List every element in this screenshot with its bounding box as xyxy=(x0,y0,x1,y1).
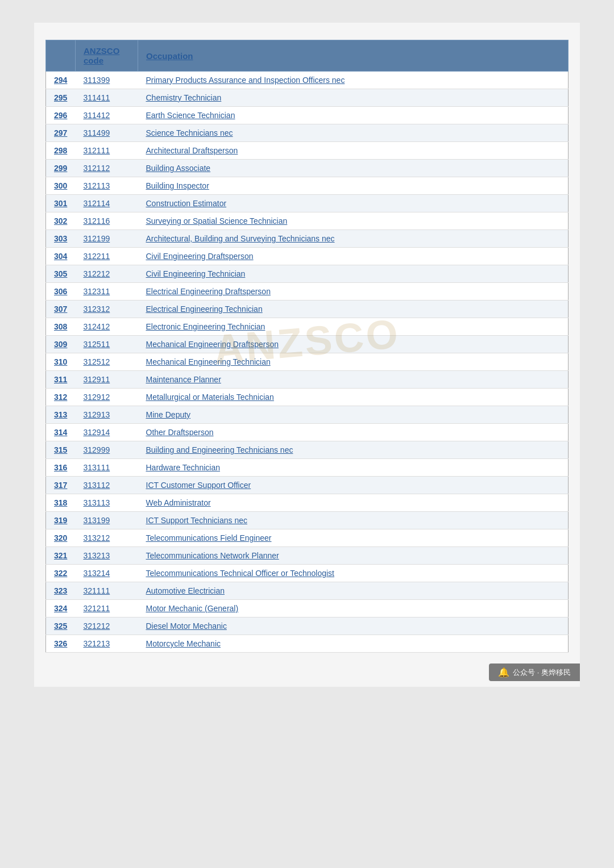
cell-num: 321 xyxy=(46,547,76,565)
cell-code[interactable]: 312212 xyxy=(76,265,138,283)
cell-occupation[interactable]: Architectural Draftsperson xyxy=(138,142,569,160)
cell-occupation[interactable]: Diesel Motor Mechanic xyxy=(138,617,569,635)
cell-occupation[interactable]: Building Associate xyxy=(138,160,569,177)
cell-code[interactable]: 313111 xyxy=(76,459,138,477)
cell-occupation[interactable]: Science Technicians nec xyxy=(138,124,569,142)
cell-code[interactable]: 312116 xyxy=(76,212,138,230)
table-row: 319313199ICT Support Technicians nec xyxy=(46,512,569,529)
header-anzsco: ANZSCO code xyxy=(76,40,138,72)
cell-occupation[interactable]: Telecommunications Technical Officer or … xyxy=(138,565,569,582)
cell-code[interactable]: 313199 xyxy=(76,512,138,529)
cell-code[interactable]: 313214 xyxy=(76,565,138,582)
cell-code[interactable]: 312412 xyxy=(76,318,138,336)
cell-num: 311 xyxy=(46,371,76,389)
cell-occupation[interactable]: Architectural, Building and Surveying Te… xyxy=(138,230,569,248)
cell-code[interactable]: 312199 xyxy=(76,230,138,248)
table-row: 310312512Mechanical Engineering Technici… xyxy=(46,353,569,371)
cell-occupation[interactable]: Electronic Engineering Technician xyxy=(138,318,569,336)
cell-occupation[interactable]: Civil Engineering Technician xyxy=(138,265,569,283)
cell-code[interactable]: 312312 xyxy=(76,301,138,318)
page-wrapper: ANZSCO ANZSCO code Occupation 294311399P… xyxy=(34,23,580,687)
cell-occupation[interactable]: Hardware Technician xyxy=(138,459,569,477)
cell-occupation[interactable]: Metallurgical or Materials Technician xyxy=(138,389,569,406)
cell-occupation[interactable]: Electrical Engineering Draftsperson xyxy=(138,283,569,301)
cell-num: 317 xyxy=(46,477,76,494)
cell-occupation[interactable]: Mine Deputy xyxy=(138,406,569,424)
cell-occupation[interactable]: Construction Estimator xyxy=(138,195,569,212)
cell-code[interactable]: 311399 xyxy=(76,72,138,89)
cell-num: 308 xyxy=(46,318,76,336)
cell-num: 312 xyxy=(46,389,76,406)
table-row: 298312111Architectural Draftsperson xyxy=(46,142,569,160)
table-row: 323321111Automotive Electrician xyxy=(46,582,569,600)
cell-code[interactable]: 312113 xyxy=(76,177,138,195)
table-row: 304312211Civil Engineering Draftsperson xyxy=(46,248,569,265)
cell-num: 298 xyxy=(46,142,76,160)
table-header: ANZSCO code Occupation xyxy=(46,40,569,72)
cell-code[interactable]: 313112 xyxy=(76,477,138,494)
cell-occupation[interactable]: Other Draftsperson xyxy=(138,424,569,441)
cell-num: 309 xyxy=(46,336,76,353)
cell-occupation[interactable]: Maintenance Planner xyxy=(138,371,569,389)
cell-num: 299 xyxy=(46,160,76,177)
table-row: 324321211Motor Mechanic (General) xyxy=(46,600,569,617)
cell-code[interactable]: 313212 xyxy=(76,529,138,547)
cell-occupation[interactable]: Electrical Engineering Technician xyxy=(138,301,569,318)
cell-occupation[interactable]: Chemistry Technician xyxy=(138,89,569,107)
cell-occupation[interactable]: Motor Mechanic (General) xyxy=(138,600,569,617)
cell-code[interactable]: 312114 xyxy=(76,195,138,212)
table-row: 302312116Surveying or Spatial Science Te… xyxy=(46,212,569,230)
cell-occupation[interactable]: Telecommunications Network Planner xyxy=(138,547,569,565)
table-row: 312312912Metallurgical or Materials Tech… xyxy=(46,389,569,406)
cell-num: 325 xyxy=(46,617,76,635)
table-row: 300312113Building Inspector xyxy=(46,177,569,195)
cell-occupation[interactable]: ICT Support Technicians nec xyxy=(138,512,569,529)
cell-occupation[interactable]: Surveying or Spatial Science Technician xyxy=(138,212,569,230)
cell-code[interactable]: 312913 xyxy=(76,406,138,424)
cell-occupation[interactable]: Mechanical Engineering Technician xyxy=(138,353,569,371)
cell-num: 323 xyxy=(46,582,76,600)
cell-code[interactable]: 312311 xyxy=(76,283,138,301)
table-row: 309312511Mechanical Engineering Draftspe… xyxy=(46,336,569,353)
cell-code[interactable]: 312111 xyxy=(76,142,138,160)
table-row: 321313213Telecommunications Network Plan… xyxy=(46,547,569,565)
cell-occupation[interactable]: Civil Engineering Draftsperson xyxy=(138,248,569,265)
cell-code[interactable]: 312912 xyxy=(76,389,138,406)
table-row: 307312312Electrical Engineering Technici… xyxy=(46,301,569,318)
cell-code[interactable]: 311411 xyxy=(76,89,138,107)
cell-occupation[interactable]: Mechanical Engineering Draftsperson xyxy=(138,336,569,353)
cell-occupation[interactable]: Primary Products Assurance and Inspectio… xyxy=(138,72,569,89)
cell-code[interactable]: 313113 xyxy=(76,494,138,512)
cell-code[interactable]: 312914 xyxy=(76,424,138,441)
cell-code[interactable]: 312112 xyxy=(76,160,138,177)
cell-occupation[interactable]: Building and Engineering Technicians nec xyxy=(138,441,569,459)
cell-code[interactable]: 311499 xyxy=(76,124,138,142)
cell-code[interactable]: 321213 xyxy=(76,635,138,653)
cell-code[interactable]: 321211 xyxy=(76,600,138,617)
table-row: 299312112Building Associate xyxy=(46,160,569,177)
cell-num: 315 xyxy=(46,441,76,459)
table-row: 315312999Building and Engineering Techni… xyxy=(46,441,569,459)
table-row: 303312199Architectural, Building and Sur… xyxy=(46,230,569,248)
cell-occupation[interactable]: ICT Customer Support Officer xyxy=(138,477,569,494)
cell-code[interactable]: 312999 xyxy=(76,441,138,459)
cell-code[interactable]: 312211 xyxy=(76,248,138,265)
cell-code[interactable]: 312512 xyxy=(76,353,138,371)
cell-code[interactable]: 312511 xyxy=(76,336,138,353)
badge-text: 公众号 · 奥烨移民 xyxy=(513,667,571,678)
cell-code[interactable]: 321111 xyxy=(76,582,138,600)
cell-occupation[interactable]: Earth Science Technician xyxy=(138,107,569,124)
cell-code[interactable]: 311412 xyxy=(76,107,138,124)
table-row: 296311412Earth Science Technician xyxy=(46,107,569,124)
cell-code[interactable]: 321212 xyxy=(76,617,138,635)
table-row: 314312914Other Draftsperson xyxy=(46,424,569,441)
cell-occupation[interactable]: Motorcycle Mechanic xyxy=(138,635,569,653)
table-row: 326321213Motorcycle Mechanic xyxy=(46,635,569,653)
cell-occupation[interactable]: Building Inspector xyxy=(138,177,569,195)
cell-occupation[interactable]: Telecommunications Field Engineer xyxy=(138,529,569,547)
cell-num: 319 xyxy=(46,512,76,529)
cell-occupation[interactable]: Web Administrator xyxy=(138,494,569,512)
cell-occupation[interactable]: Automotive Electrician xyxy=(138,582,569,600)
cell-code[interactable]: 312911 xyxy=(76,371,138,389)
cell-code[interactable]: 313213 xyxy=(76,547,138,565)
